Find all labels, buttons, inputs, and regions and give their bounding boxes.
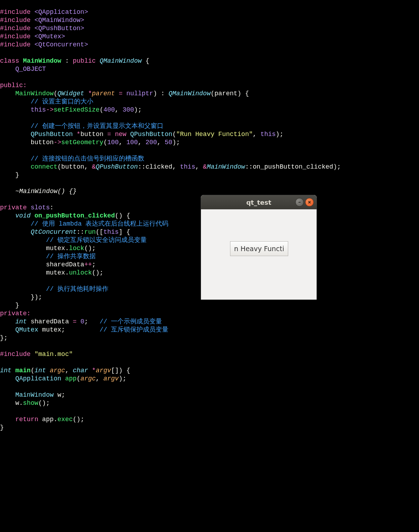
arg: argc <box>80 375 96 382</box>
include-path: <QtConcurrent> <box>34 41 88 48</box>
qt-window-controls <box>295 198 314 206</box>
comment: // 执行其他耗时操作 <box>46 285 108 293</box>
var: mutex <box>46 269 65 276</box>
minimize-icon[interactable] <box>295 198 304 206</box>
base-ctor: QMainWindow <box>168 90 211 97</box>
number: 100 <box>127 139 138 146</box>
call-run: run <box>84 228 96 236</box>
directive: #include <box>0 351 30 358</box>
qt-app-window[interactable]: qt_test n Heavy Functi <box>201 195 317 300</box>
comment: // 一个示例成员变量 <box>100 318 162 325</box>
comment: // 锁定互斥锁以安全访问成员变量 <box>46 237 147 244</box>
var: w <box>15 400 19 407</box>
call-exec: exec <box>57 416 73 423</box>
include-path: "main.moc" <box>34 351 73 358</box>
var: app <box>42 416 54 423</box>
var: sharedData <box>30 318 69 325</box>
keyword-return: return <box>15 416 38 423</box>
type: MainWindow <box>15 391 54 398</box>
ns: QtConcurrent <box>30 228 77 236</box>
run-heavy-function-button[interactable]: n Heavy Functi <box>230 241 288 256</box>
comment: // 创建一个按钮，并设置其显示文本和父窗口 <box>30 123 163 130</box>
call-setfixedsize: setFixedSize <box>54 106 100 113</box>
type: QPushButton <box>130 131 172 138</box>
signal-ns: QPushButton <box>96 163 138 170</box>
call-connect: connect <box>30 163 57 170</box>
call-setgeometry: setGeometry <box>61 139 104 146</box>
directive: #include <box>0 17 30 24</box>
number: 50 <box>165 139 173 146</box>
arg: argv <box>104 375 119 382</box>
keyword-this: this <box>30 106 46 113</box>
type: QPushButton <box>30 131 73 138</box>
number: 300 <box>123 106 134 113</box>
keyword-public: public <box>73 57 96 64</box>
include-path: <QApplication> <box>34 9 88 16</box>
access-private: private <box>0 204 27 211</box>
ctor-name: MainWindow <box>15 90 54 97</box>
slot-name: on_pushButton_clicked <box>253 163 333 170</box>
directive: #include <box>0 33 30 40</box>
qt-titlebar[interactable]: qt_test <box>201 195 317 209</box>
call-show: show <box>23 400 38 407</box>
comment: // 互斥锁保护成员变量 <box>100 326 168 333</box>
var: w <box>57 391 61 398</box>
comment: // 连接按钮的点击信号到相应的槽函数 <box>30 155 144 162</box>
param: argc <box>50 367 65 374</box>
base-class: QMainWindow <box>100 57 142 64</box>
keyword-void: void <box>15 212 30 219</box>
keyword-this: this <box>104 228 119 236</box>
number: 400 <box>104 106 115 113</box>
keyword-int: int <box>34 367 46 374</box>
keyword-int: int <box>0 367 11 374</box>
keyword-this: this <box>180 163 195 170</box>
include-path: <QPushButton> <box>34 25 84 32</box>
number: 0 <box>80 318 84 325</box>
main-fn: main <box>15 367 30 374</box>
directive: #include <box>0 25 30 32</box>
slot-ns: MainWindow <box>207 163 245 170</box>
type: QMutex <box>15 326 38 333</box>
comment: // 使用 lambda 表达式在后台线程上运行代码 <box>30 220 168 227</box>
number: 200 <box>146 139 157 146</box>
ctor-param-name: parent <box>92 90 115 97</box>
var: sharedData <box>46 261 84 268</box>
keyword-new: new <box>115 131 126 138</box>
ctor-param-type: QWidget <box>57 90 84 97</box>
var: button <box>80 131 104 138</box>
qt-window-body: n Heavy Functi <box>201 209 317 300</box>
keyword-char: char <box>73 367 88 374</box>
keyword-int: int <box>15 318 27 325</box>
var: app <box>65 375 77 382</box>
dtor: ~MainWindow <box>15 188 57 195</box>
string: "Run Heavy Function" <box>176 131 253 138</box>
var: button <box>30 139 54 146</box>
directive: #include <box>0 41 30 48</box>
access-public: public: <box>0 82 27 89</box>
type: QApplication <box>15 375 61 382</box>
signal-name: clicked <box>146 163 173 170</box>
slot-fn: on_pushButton_clicked <box>34 212 115 219</box>
class-name: MainWindow <box>23 57 61 64</box>
var: mutex <box>46 245 65 252</box>
close-icon[interactable] <box>305 198 314 206</box>
keyword-this: this <box>261 131 276 138</box>
comment: // 设置主窗口的大小 <box>30 98 93 105</box>
number: 100 <box>107 139 118 146</box>
call-unlock: unlock <box>69 269 92 276</box>
include-path: <QMainWindow> <box>34 17 84 24</box>
slots-keyword: slots <box>30 204 50 211</box>
comment: // 操作共享数据 <box>46 253 96 260</box>
keyword-class: class <box>0 57 19 64</box>
var: mutex <box>42 326 61 333</box>
param: argv <box>96 367 111 374</box>
q-object-macro: Q_OBJECT <box>15 66 46 73</box>
keyword-nullptr: nullptr <box>127 90 153 97</box>
call-lock: lock <box>69 245 84 252</box>
access-private: private: <box>0 310 30 317</box>
directive: #include <box>0 9 30 16</box>
qt-window-title: qt_test <box>246 198 272 206</box>
include-path: <QMutex> <box>34 33 65 40</box>
